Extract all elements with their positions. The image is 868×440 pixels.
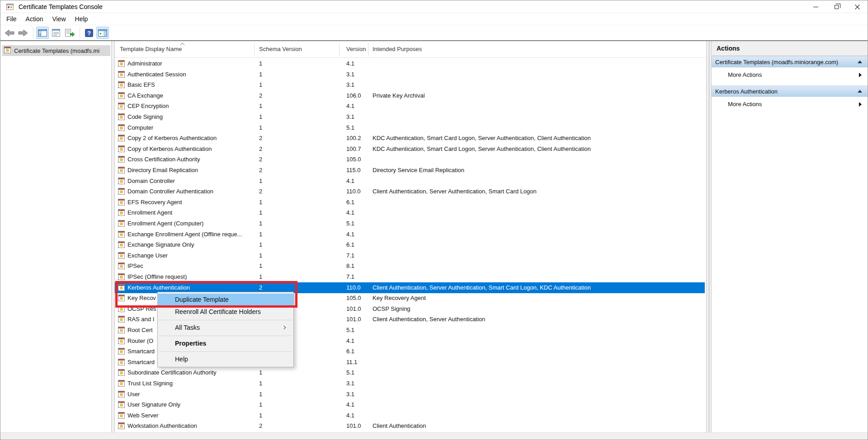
certificate-templates-console-window: Certificate Templates Console FileAction… — [0, 0, 868, 440]
close-icon — [855, 5, 860, 9]
table-row[interactable]: Directory Email Replication2115.0Directo… — [115, 165, 705, 176]
menu-view[interactable]: View — [47, 13, 70, 25]
cell-schema-version: 1 — [259, 80, 262, 90]
table-row[interactable]: Copy 2 of Kerberos Authentication2100.2K… — [115, 133, 705, 144]
certificate-template-icon — [118, 124, 125, 131]
cell-template-name: IPSec — [127, 261, 143, 271]
table-row[interactable]: EFS Recovery Agent16.1 — [115, 197, 705, 208]
table-row[interactable]: IPSec (Offline request)17.1 — [115, 271, 705, 282]
table-row[interactable]: User Signature Only14.1 — [115, 399, 705, 410]
cell-template-name: Key Recov — [127, 293, 156, 304]
column-header[interactable]: Version — [346, 46, 366, 52]
cell-schema-version: 2 — [259, 133, 262, 144]
table-row[interactable]: Enrollment Agent14.1 — [115, 207, 705, 218]
column-header[interactable]: Intended Purposes — [373, 46, 422, 52]
close-button[interactable] — [847, 0, 868, 13]
cell-schema-version: 1 — [259, 399, 262, 410]
table-row[interactable]: User13.1 — [115, 389, 705, 400]
cell-template-name: Enrollment Agent — [127, 207, 172, 218]
cell-schema-version: 2 — [259, 154, 262, 165]
menu-file[interactable]: File — [2, 13, 21, 25]
cell-version: 7.1 — [346, 271, 354, 282]
cell-schema-version: 1 — [259, 271, 262, 282]
context-menu-item-help[interactable]: Help — [158, 353, 293, 365]
cell-template-name: User — [127, 389, 140, 400]
properties-button[interactable] — [50, 27, 62, 39]
table-row[interactable]: Basic EFS13.1 — [115, 80, 705, 90]
chevron-up-icon — [858, 90, 862, 93]
menu-help[interactable]: Help — [71, 13, 93, 25]
context-menu-item-reenroll-all-certificate-holders[interactable]: Reenroll All Certificate Holders — [158, 306, 293, 318]
table-row[interactable]: Domain Controller14.1 — [115, 176, 705, 187]
table-row[interactable]: Exchange User17.1 — [115, 250, 705, 261]
cell-intended-purposes: KDC Authentication, Smart Card Logon, Se… — [373, 133, 591, 144]
cell-template-name: Smartcard — [127, 346, 155, 357]
menu-action[interactable]: Action — [21, 13, 48, 25]
table-row[interactable]: Computer15.1 — [115, 122, 705, 133]
table-row[interactable]: Web Server14.1 — [115, 410, 705, 421]
context-menu-item-properties[interactable]: Properties — [158, 337, 293, 350]
certificate-template-icon — [118, 305, 125, 312]
table-row[interactable]: CA Exchange2106.0Private Key Archival — [115, 90, 705, 101]
export-list-button[interactable] — [63, 27, 76, 39]
column-divider[interactable] — [368, 43, 368, 56]
table-row[interactable]: Exchange Enrollment Agent (Offline reque… — [115, 229, 705, 240]
tree-item-certificate-templates[interactable]: Certificate Templates (moadfs.mi — [2, 45, 110, 56]
actions-section-header[interactable]: Certificate Templates (moadfs.miniorange… — [712, 56, 868, 67]
cell-version: 3.1 — [346, 389, 354, 400]
minimize-button[interactable] — [805, 0, 826, 13]
certificate-template-icon — [118, 81, 125, 88]
table-row[interactable]: Code Signing13.1 — [115, 112, 705, 122]
show-console-tree-button[interactable] — [36, 27, 49, 39]
actions-item-more-actions[interactable]: More Actions — [712, 67, 868, 82]
cell-schema-version: 1 — [259, 197, 262, 208]
table-row[interactable]: Administrator14.1 — [115, 58, 705, 69]
cell-version: 5.1 — [346, 325, 354, 336]
cell-template-name: Exchange Signature Only — [127, 239, 194, 250]
pane-divider[interactable] — [709, 41, 709, 432]
table-row[interactable]: CEP Encryption14.1 — [115, 101, 705, 112]
table-row[interactable]: Cross Certification Authority2105.0 — [115, 154, 705, 165]
table-row[interactable]: Exchange Signature Only16.1 — [115, 239, 705, 250]
context-menu-item-duplicate-template[interactable]: Duplicate Template — [158, 294, 293, 306]
table-row[interactable]: Copy of Kerberos Authentication2100.7KDC… — [115, 144, 705, 154]
cell-schema-version: 1 — [259, 122, 262, 133]
actions-panel-title: Actions — [712, 41, 868, 56]
actions-section-header[interactable]: Kerberos Authentication — [712, 85, 868, 97]
window-title: Certificate Templates Console — [19, 0, 103, 13]
back-arrow-icon — [5, 29, 14, 37]
cell-schema-version: 1 — [259, 389, 262, 400]
forward-button[interactable] — [17, 27, 29, 39]
show-action-pane-icon — [98, 29, 107, 37]
table-row[interactable]: Kerberos Authentication2110.0Client Auth… — [115, 282, 705, 293]
help-button[interactable]: ? — [83, 27, 95, 39]
context-menu: Duplicate TemplateReenroll All Certifica… — [157, 292, 294, 367]
table-row[interactable]: Trust List Signing13.1 — [115, 378, 705, 389]
table-row[interactable]: Subordinate Certification Authority15.1 — [115, 367, 705, 378]
cell-version: 3.1 — [346, 112, 354, 122]
column-header[interactable]: Template Display Name — [120, 46, 182, 52]
cell-schema-version: 2 — [259, 282, 262, 293]
context-menu-item-all-tasks[interactable]: All Tasks — [158, 322, 293, 334]
maximize-restore-button[interactable] — [826, 0, 847, 13]
certificate-template-icon — [118, 391, 125, 398]
actions-item-more-actions[interactable]: More Actions — [712, 97, 868, 112]
table-row[interactable]: Enrollment Agent (Computer)15.1 — [115, 218, 705, 229]
column-divider[interactable] — [339, 43, 340, 56]
cell-version: 105.0 — [346, 293, 361, 304]
table-row[interactable]: Domain Controller Authentication2110.0Cl… — [115, 186, 705, 197]
cell-schema-version: 1 — [259, 101, 262, 112]
column-header[interactable]: Schema Version — [259, 46, 302, 52]
table-row[interactable]: Authenticated Session13.1 — [115, 69, 705, 80]
table-row[interactable]: IPSec18.1 — [115, 261, 705, 271]
back-button[interactable] — [3, 27, 16, 39]
cell-schema-version: 1 — [259, 218, 262, 229]
export-list-icon — [65, 29, 75, 37]
cell-template-name: Domain Controller — [127, 176, 175, 187]
table-row[interactable]: Workstation Authentication2101.0Client A… — [115, 421, 705, 431]
certificate-template-icon — [118, 145, 125, 152]
column-divider[interactable] — [254, 43, 255, 56]
actions-sections: Certificate Templates (moadfs.miniorange… — [712, 56, 868, 112]
actions-panel: Actions Certificate Templates (moadfs.mi… — [711, 41, 868, 432]
show-action-pane-button[interactable] — [96, 27, 109, 39]
